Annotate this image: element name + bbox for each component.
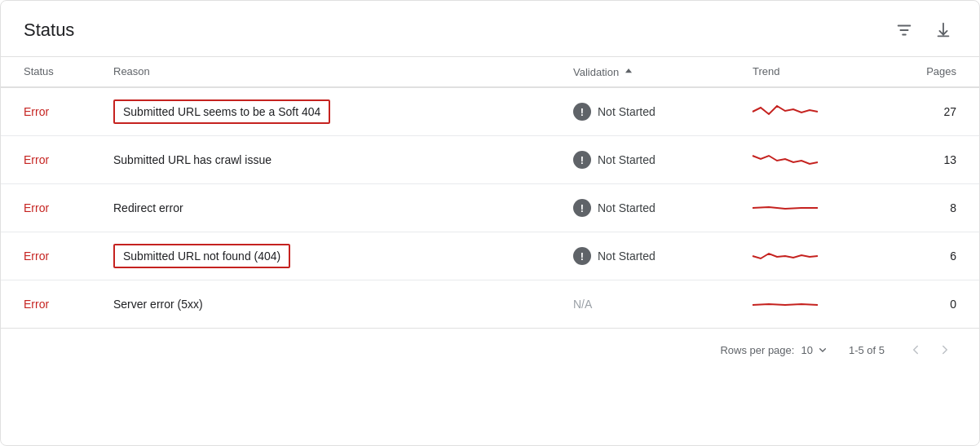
table-footer: Rows per page: 10 1-5 of 5 <box>1 328 979 371</box>
validation-cell: N/A <box>573 298 753 311</box>
trend-cell <box>753 99 883 124</box>
table-row: Error Submitted URL has crawl issue ! No… <box>1 136 979 184</box>
trend-chart <box>753 148 818 172</box>
header-actions <box>891 17 956 43</box>
status-cell: Error <box>24 201 113 214</box>
validation-icon: ! <box>573 199 591 217</box>
validation-cell: ! Not Started <box>573 151 753 169</box>
trend-cell <box>753 196 883 220</box>
download-button[interactable] <box>930 17 956 43</box>
pages-cell: 13 <box>883 153 956 166</box>
trend-chart <box>753 292 818 316</box>
reason-cell: Submitted URL has crawl issue <box>113 153 573 166</box>
status-cell: Error <box>24 153 113 166</box>
rows-per-page-select[interactable]: 10 <box>801 343 828 356</box>
pagination-buttons <box>904 338 956 361</box>
trend-chart <box>753 196 818 220</box>
prev-page-button <box>904 338 927 361</box>
validation-cell: ! Not Started <box>573 247 753 265</box>
pages-cell: 0 <box>883 298 956 311</box>
col-header-validation[interactable]: Validation <box>573 65 753 78</box>
table-row: Error Server error (5xx) N/A 0 <box>1 280 979 328</box>
validation-cell: ! Not Started <box>573 199 753 217</box>
table-row: Error Submitted URL seems to be a Soft 4… <box>1 88 979 136</box>
table-row: Error Submitted URL not found (404) ! No… <box>1 232 979 280</box>
reason-cell: Server error (5xx) <box>113 298 573 311</box>
trend-chart <box>753 99 818 124</box>
reason-cell: Submitted URL not found (404) <box>113 244 573 268</box>
trend-cell <box>753 292 883 316</box>
trend-chart <box>753 244 818 268</box>
validation-cell: ! Not Started <box>573 103 753 121</box>
pages-cell: 6 <box>883 249 956 263</box>
rows-per-page-label: Rows per page: <box>720 344 794 356</box>
col-header-pages: Pages <box>883 65 956 78</box>
pagination-info: 1-5 of 5 <box>849 344 885 356</box>
table-header-row: Status Reason Validation Trend Pages <box>1 57 979 88</box>
trend-cell <box>753 244 883 268</box>
page-title: Status <box>24 20 74 41</box>
trend-cell <box>753 148 883 172</box>
status-cell: Error <box>24 105 113 118</box>
rows-per-page-value: 10 <box>801 344 812 356</box>
filter-button[interactable] <box>891 17 917 43</box>
validation-icon: ! <box>573 103 591 121</box>
rows-per-page: Rows per page: 10 <box>720 343 829 356</box>
sort-up-icon <box>622 65 635 78</box>
next-page-button <box>934 338 956 361</box>
filter-icon <box>895 21 913 39</box>
reason-cell: Submitted URL seems to be a Soft 404 <box>113 99 573 124</box>
status-cell: Error <box>24 298 113 311</box>
col-header-reason: Reason <box>113 65 573 78</box>
col-header-status: Status <box>24 65 113 78</box>
chevron-right-icon <box>938 342 952 357</box>
chevron-left-icon <box>908 342 923 357</box>
col-header-trend: Trend <box>753 65 883 78</box>
chevron-down-icon <box>816 343 829 356</box>
reason-cell: Redirect error <box>113 201 573 214</box>
status-cell: Error <box>24 249 113 263</box>
pages-cell: 27 <box>883 105 956 118</box>
download-icon <box>934 21 952 39</box>
pages-cell: 8 <box>883 201 956 214</box>
validation-icon: ! <box>573 151 591 169</box>
status-panel: Status Status Reason Validation <box>0 0 980 446</box>
panel-header: Status <box>1 1 979 57</box>
data-table: Status Reason Validation Trend Pages Err… <box>1 57 979 328</box>
validation-icon: ! <box>573 247 591 265</box>
table-row: Error Redirect error ! Not Started 8 <box>1 184 979 232</box>
